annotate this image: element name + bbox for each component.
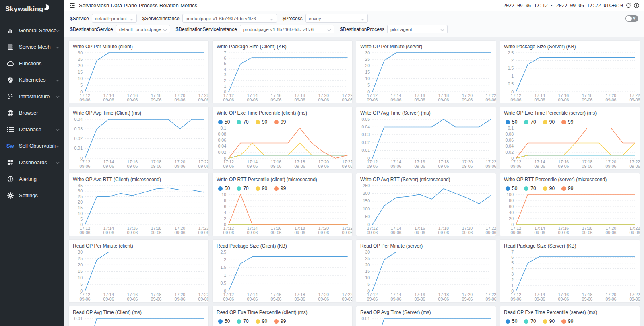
- legend-item[interactable]: 90: [543, 186, 555, 191]
- legend-item[interactable]: 90: [543, 318, 555, 324]
- chart-plot[interactable]: 05101520253017:1209-0617:1409-0617:1609-…: [356, 50, 496, 103]
- filter-label: $ServiceInstance: [142, 16, 180, 21]
- legend-item[interactable]: 50: [506, 186, 517, 191]
- legend-item[interactable]: 50: [218, 119, 230, 125]
- sidebar-item-general-service[interactable]: General Service: [0, 22, 64, 39]
- svg-text:09-06: 09-06: [127, 164, 138, 169]
- legend-item[interactable]: 90: [256, 186, 267, 191]
- legend-item[interactable]: 70: [524, 186, 536, 191]
- legend-item[interactable]: 70: [237, 119, 248, 125]
- legend-item[interactable]: 70: [524, 119, 536, 125]
- info-icon[interactable]: [634, 3, 639, 8]
- filter-select[interactable]: productpage-v1-6b746f74dc-v4fz6: [182, 14, 277, 23]
- sidebar-item-alerting[interactable]: Alerting: [0, 171, 64, 187]
- sidebar-item-settings[interactable]: Settings: [0, 187, 64, 204]
- svg-text:09-06: 09-06: [558, 297, 569, 301]
- svg-text:09-06: 09-06: [342, 164, 352, 169]
- chart-plot[interactable]: 00.0117:1209-0617:1409-0617:1609-0617:18…: [356, 315, 496, 326]
- legend-item[interactable]: 70: [524, 318, 536, 324]
- chart-plot[interactable]: 00.020.040.060.080.117:1209-0617:1409-06…: [213, 125, 352, 169]
- svg-text:09-06: 09-06: [462, 297, 473, 301]
- refresh-icon[interactable]: [626, 3, 631, 8]
- chart-card: Read OP Exe Time Percentile (server) (ms…: [500, 306, 640, 326]
- collapse-panel-icon[interactable]: [69, 3, 75, 8]
- chart-plot[interactable]: 0510152025303517:1209-0617:1409-0617:160…: [69, 182, 208, 236]
- chart-plot[interactable]: 00.010.020.030.0417:1209-0617:1409-0617:…: [69, 116, 208, 169]
- sidebar-item-infrastructure[interactable]: Infrastructure: [0, 88, 64, 105]
- legend-item[interactable]: 50: [506, 318, 517, 324]
- svg-text:09-06: 09-06: [318, 297, 329, 301]
- svg-text:09-06: 09-06: [511, 164, 522, 169]
- chart-title: Write OP Per Minute (client): [69, 41, 208, 50]
- chart-card: Read OP Exe Time Percentile (client) (ms…: [212, 306, 353, 326]
- legend-item[interactable]: 50: [506, 119, 517, 125]
- chart-title: Write OP Avg RTT (Client) (microsecond): [69, 173, 208, 182]
- svg-text:09-06: 09-06: [271, 164, 282, 169]
- legend-item[interactable]: 99: [561, 186, 573, 191]
- chart-legend: 50709099: [213, 315, 352, 324]
- sidebar-item-dashboards[interactable]: Dashboards: [0, 154, 64, 171]
- chart-plot[interactable]: 024681017:1209-0617:1409-0617:1609-0617:…: [213, 191, 352, 236]
- legend-item[interactable]: 99: [561, 318, 573, 324]
- svg-text:09-06: 09-06: [438, 164, 449, 169]
- svg-text:09-06: 09-06: [295, 97, 305, 102]
- logo-text: Skywalking: [5, 5, 43, 13]
- legend-item[interactable]: 70: [237, 318, 248, 324]
- chart-plot[interactable]: 05010015020025017:1209-0617:1409-0617:16…: [356, 182, 496, 236]
- chart-title: Read OP Avg Time (Client) (ms): [69, 306, 208, 315]
- chart-plot[interactable]: 02040608010017:1209-0617:1409-0617:1609-…: [500, 191, 640, 236]
- chart-plot[interactable]: 05101520253017:1209-0617:1409-0617:1609-…: [69, 50, 208, 103]
- svg-text:09-06: 09-06: [103, 164, 114, 169]
- svg-text:09-06: 09-06: [271, 97, 282, 102]
- legend-item[interactable]: 90: [256, 318, 267, 324]
- chart-plot[interactable]: 00.511.522.517:1209-0617:1409-0617:1609-…: [213, 249, 352, 302]
- svg-text:5: 5: [367, 83, 370, 87]
- chart-card: Read OP Per Minute (server)0510152025301…: [356, 239, 496, 303]
- sidebar-item-service-mesh[interactable]: Service Mesh: [0, 39, 64, 55]
- legend-item[interactable]: 99: [274, 119, 286, 125]
- chart-plot[interactable]: 00.020.040.060.080.117:1209-0617:1409-06…: [500, 324, 640, 326]
- legend-item[interactable]: 90: [543, 119, 555, 125]
- chart-title: Write OP Exe Time Percentile (server) (m…: [500, 107, 640, 116]
- chart-title: Write OP Exe Time Percentile (client) (m…: [213, 107, 352, 116]
- filter-select[interactable]: pilot-agent: [387, 25, 448, 33]
- chart-plot[interactable]: 00.020.040.060.080.117:1209-0617:1409-06…: [213, 324, 352, 326]
- filter-select[interactable]: productpage-v1-6b746f74dc-v4fz6: [240, 25, 334, 33]
- legend-dot: [274, 319, 279, 324]
- legend-item[interactable]: 90: [256, 119, 267, 125]
- filter-select[interactable]: envoy: [305, 14, 368, 23]
- time-range[interactable]: 2022-09-06 17:12 ~ 2022-09-06 17:22 UTC+…: [503, 3, 623, 8]
- chart-plot[interactable]: 0123456717:1209-0617:1409-0617:1609-0617…: [213, 50, 352, 103]
- skywalking-logo[interactable]: Skywalking: [0, 0, 64, 19]
- legend-item[interactable]: 99: [274, 186, 286, 191]
- svg-text:3: 3: [511, 272, 514, 276]
- filter-select[interactable]: default::productpage: [92, 14, 137, 23]
- sidebar-item-browser[interactable]: Browser: [0, 105, 64, 121]
- svg-text:09-06: 09-06: [535, 230, 545, 235]
- legend-item[interactable]: 70: [237, 186, 248, 191]
- legend-item[interactable]: 99: [561, 119, 573, 125]
- svg-text:4: 4: [224, 67, 226, 72]
- legend-item[interactable]: 99: [274, 318, 286, 324]
- svg-text:30: 30: [365, 50, 370, 55]
- sidebar-item-functions[interactable]: Functions: [0, 55, 64, 72]
- legend-item[interactable]: 50: [218, 186, 230, 191]
- sidebar-item-kubernetes[interactable]: Kubernetes: [0, 72, 64, 88]
- chart-plot[interactable]: 00.010.020.030.040.0517:1209-0617:1409-0…: [356, 116, 496, 169]
- chart-plot[interactable]: 00.0117:1209-0617:1409-0617:1609-0617:18…: [69, 315, 208, 326]
- chart-plot[interactable]: 05101520253017:1209-0617:1409-0617:1609-…: [69, 249, 208, 302]
- pie-icon: [6, 76, 14, 83]
- legend-label: 99: [568, 186, 573, 191]
- chart-title: Write Package Size (Server) (KB): [500, 41, 640, 50]
- legend-item[interactable]: 50: [218, 318, 230, 324]
- chart-plot[interactable]: 00.020.040.060.080.117:1209-0617:1409-06…: [500, 125, 640, 169]
- edit-mode-toggle[interactable]: V: [625, 15, 638, 22]
- chart-plot[interactable]: 0123456717:1209-0617:1409-0617:1609-0617…: [500, 249, 640, 302]
- chart-plot[interactable]: 00.511.522.517:1209-0617:1409-0617:1609-…: [500, 50, 640, 103]
- chart-plot[interactable]: 05101520253017:1209-0617:1409-0617:1609-…: [356, 249, 496, 302]
- sidebar-item-database[interactable]: Database: [0, 121, 64, 138]
- sidebar-item-self-observability[interactable]: SwSelf Observability: [0, 138, 64, 154]
- chart-card: Write OP Exe Time Percentile (server) (m…: [500, 107, 640, 170]
- svg-text:09-06: 09-06: [630, 230, 640, 235]
- filter-select[interactable]: default::productpage: [116, 25, 170, 33]
